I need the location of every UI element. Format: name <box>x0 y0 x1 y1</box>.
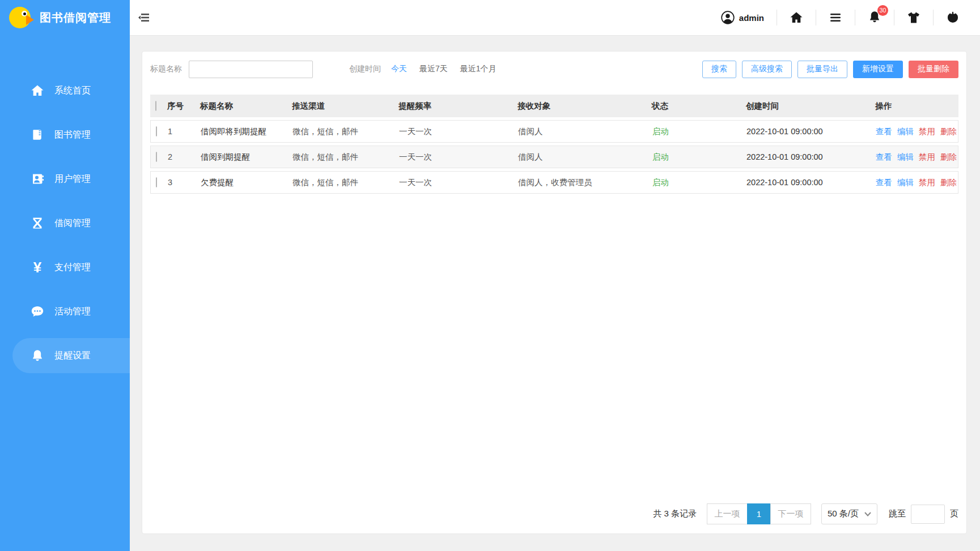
next-page-button[interactable]: 下一项 <box>770 503 811 524</box>
sidebar-item-label: 提醒设置 <box>54 350 91 362</box>
row-actions: 查看编辑禁用删除 <box>876 126 958 137</box>
table-row: 1借阅即将到期提醒微信，短信，邮件一天一次借阅人启动2022-10-01 09:… <box>150 120 958 143</box>
jump-to-page-input[interactable] <box>911 505 945 524</box>
batch-export-button[interactable]: 批量导出 <box>797 61 847 78</box>
filter-buttons: 搜索高级搜索批量导出新增设置批量删除 <box>702 61 958 78</box>
sidebar-item-2[interactable]: 图书管理 <box>12 117 130 152</box>
row-created: 2022-10-01 09:00:00 <box>746 152 876 161</box>
edit-action-link[interactable]: 编辑 <box>897 126 914 137</box>
row-status: 启动 <box>652 177 746 188</box>
jump-to-label: 跳至 <box>889 509 906 519</box>
date-range-3[interactable]: 最近1个月 <box>460 64 497 74</box>
sidebar-item-6[interactable]: 活动管理 <box>12 294 130 329</box>
row-receivers: 借阅人，收费管理员 <box>518 177 652 188</box>
edit-action-link[interactable]: 编辑 <box>897 152 914 163</box>
title-filter-input[interactable] <box>189 61 313 78</box>
page-size-value: 50 条/页 <box>828 509 859 519</box>
edit-action-link[interactable]: 编辑 <box>897 177 914 188</box>
row-status: 启动 <box>652 152 746 163</box>
row-checkbox[interactable] <box>156 177 157 187</box>
batch-delete-button[interactable]: 批量删除 <box>909 61 958 78</box>
date-range-links: 今天最近7天最近1个月 <box>391 64 497 74</box>
column-header: 推送渠道 <box>292 101 398 112</box>
row-receivers: 借阅人 <box>518 126 652 137</box>
sidebar-item-label: 系统首页 <box>54 85 91 97</box>
sidebar-item-5[interactable]: ¥支付管理 <box>12 250 130 285</box>
yen-icon: ¥ <box>29 259 45 275</box>
column-header: 提醒频率 <box>398 101 517 112</box>
username: admin <box>739 13 764 23</box>
column-header: 序号 <box>167 101 200 112</box>
sidebar-item-4[interactable]: 借阅管理 <box>12 206 130 241</box>
current-page-button[interactable]: 1 <box>747 503 771 524</box>
sidebar-item-1[interactable]: 系统首页 <box>12 73 130 108</box>
row-created: 2022-10-01 09:00:00 <box>746 127 876 136</box>
advanced-search-button[interactable]: 高级搜索 <box>742 61 792 78</box>
add-setting-button[interactable]: 新增设置 <box>853 61 903 78</box>
row-actions: 查看编辑禁用删除 <box>876 177 958 188</box>
row-title: 欠费提醒 <box>201 177 292 188</box>
chat-icon <box>29 304 45 319</box>
user-menu[interactable]: admin <box>709 10 777 25</box>
home-icon <box>790 11 803 24</box>
row-checkbox[interactable] <box>156 126 157 136</box>
sidebar-menu: 系统首页图书管理用户管理借阅管理¥支付管理活动管理提醒设置 <box>0 73 130 382</box>
view-action-link[interactable]: 查看 <box>876 177 892 188</box>
column-header: 接收对象 <box>517 101 652 112</box>
filter-bar: 标题名称 创建时间 今天最近7天最近1个月 搜索高级搜索批量导出新增设置批量删除 <box>150 60 958 78</box>
prev-page-button[interactable]: 上一项 <box>707 503 748 524</box>
row-index: 3 <box>168 178 201 187</box>
logout-button[interactable] <box>933 10 972 25</box>
date-range-2[interactable]: 最近7天 <box>419 64 448 74</box>
delete-action-link[interactable]: 删除 <box>940 177 957 188</box>
row-checkbox[interactable] <box>156 152 157 162</box>
row-index: 1 <box>168 127 201 136</box>
sidebar-item-3[interactable]: 用户管理 <box>12 161 130 197</box>
row-frequency: 一天一次 <box>399 152 518 163</box>
delete-action-link[interactable]: 删除 <box>940 152 957 163</box>
column-header: 状态 <box>652 101 746 112</box>
sidebar-item-label: 图书管理 <box>54 129 91 141</box>
book-icon <box>29 127 45 143</box>
column-header: 标题名称 <box>200 101 292 112</box>
row-status: 启动 <box>652 126 746 137</box>
row-frequency: 一天一次 <box>399 177 518 188</box>
sidebar-item-label: 借阅管理 <box>54 217 91 229</box>
notification-badge: 30 <box>877 5 888 16</box>
search-button[interactable]: 搜索 <box>702 61 736 78</box>
select-all-checkbox[interactable] <box>155 101 156 111</box>
sidebar-item-label: 支付管理 <box>54 262 91 274</box>
column-header: 创建时间 <box>746 101 875 112</box>
table-row: 3欠费提醒微信，短信，邮件一天一次借阅人，收费管理员启动2022-10-01 0… <box>150 171 958 194</box>
theme-skin-button[interactable] <box>894 10 933 25</box>
column-header: 操作 <box>875 101 958 112</box>
bell-icon <box>29 348 45 364</box>
delete-action-link[interactable]: 删除 <box>940 126 957 137</box>
navbar-right: admin 30 <box>709 0 980 35</box>
disable-action-link[interactable]: 禁用 <box>919 126 935 137</box>
disable-action-link[interactable]: 禁用 <box>919 152 935 163</box>
menu-fold-icon <box>138 13 149 22</box>
sidebar-item-7[interactable]: 提醒设置 <box>12 338 130 373</box>
view-action-link[interactable]: 查看 <box>876 152 892 163</box>
row-frequency: 一天一次 <box>399 126 518 137</box>
sidebar-collapse-toggle[interactable] <box>138 13 149 22</box>
power-icon <box>946 11 960 24</box>
date-range-1[interactable]: 今天 <box>391 64 407 74</box>
disable-action-link[interactable]: 禁用 <box>919 177 935 188</box>
row-channels: 微信，短信，邮件 <box>292 177 399 188</box>
content-card: 标题名称 创建时间 今天最近7天最近1个月 搜索高级搜索批量导出新增设置批量删除… <box>142 51 967 534</box>
chevron-down-icon <box>864 512 871 516</box>
view-action-link[interactable]: 查看 <box>876 126 892 137</box>
apps-menu-button[interactable] <box>816 10 855 25</box>
row-actions: 查看编辑禁用删除 <box>876 152 958 163</box>
notifications-button[interactable]: 30 <box>855 10 894 25</box>
row-title: 借阅即将到期提醒 <box>201 126 292 137</box>
home-nav-button[interactable] <box>777 10 816 25</box>
page-size-select[interactable]: 50 条/页 <box>821 503 877 524</box>
row-channels: 微信，短信，邮件 <box>292 126 399 137</box>
hamburger-menu-icon <box>829 11 842 24</box>
app-title: 图书借阅管理 <box>40 10 111 25</box>
pager-group: 上一项 1 下一项 <box>707 503 811 524</box>
row-index: 2 <box>168 152 201 161</box>
